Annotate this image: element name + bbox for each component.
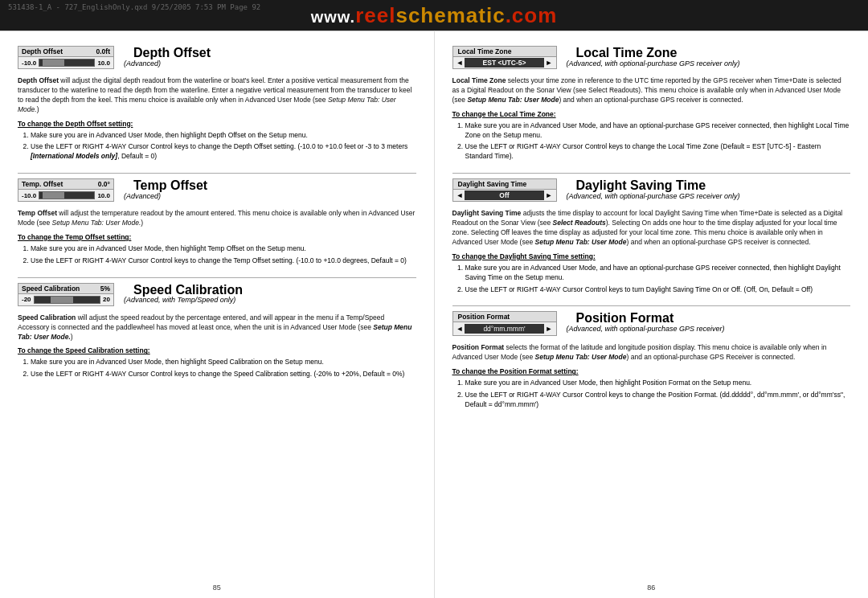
- depth-offset-header: Depth Offset 0.0ft -10.0 10.0: [18, 46, 416, 72]
- local-time-zone-header: Local Time Zone ◄ EST <UTC-5> ► Local Ti…: [452, 46, 851, 72]
- position-format-widget: Position Format ◄ dd°mm.mmm' ►: [452, 311, 557, 336]
- position-format-step-1: Make sure you are in Advanced User Mode,…: [465, 379, 851, 388]
- local-time-zone-value: EST <UTC-5>: [465, 58, 543, 68]
- daylight-saving-body: Daylight Saving Time adjusts the time di…: [452, 209, 851, 248]
- position-format-instructions: Make sure you are in Advanced User Mode,…: [465, 379, 851, 410]
- daylight-saving-title: Daylight Saving Time (Advanced, with opt…: [567, 178, 740, 200]
- local-time-zone-subtitle: (Advanced, with optional-purchase GPS re…: [567, 60, 740, 68]
- position-format-left-arrow[interactable]: ◄: [457, 325, 464, 333]
- speed-calibration-track[interactable]: [34, 296, 101, 304]
- daylight-saving-label: Daylight Saving Time: [452, 178, 557, 190]
- temp-offset-title: Temp Offset (Advanced): [124, 178, 207, 200]
- page-left: Depth Offset 0.0ft -10.0 10.0: [0, 31, 434, 598]
- speed-calibration-step-2: Use the LEFT or RIGHT 4-WAY Cursor Contr…: [31, 370, 416, 379]
- temp-offset-widget: Temp. Offset 0.0° -10.0 10.0: [18, 178, 114, 202]
- speed-calibration-body: Speed Calibration will adjust the speed …: [18, 313, 416, 342]
- position-format-label: Position Format: [452, 311, 557, 322]
- daylight-saving-instructions: Make sure you are in Advanced User Mode,…: [465, 264, 851, 295]
- temp-offset-instruction-title: To change the Temp Offset setting:: [18, 233, 416, 241]
- reel-text: reel: [355, 3, 395, 27]
- temp-offset-title-text: Temp Offset: [133, 178, 207, 192]
- speed-calibration-label-row: Speed Calibration 5%: [18, 283, 114, 294]
- daylight-saving-right-arrow[interactable]: ►: [546, 191, 553, 199]
- local-time-zone-step-1: Make sure you are in Advanced User Mode,…: [465, 121, 851, 141]
- main-content: Depth Offset 0.0ft -10.0 10.0: [0, 31, 868, 598]
- divider-4: [452, 305, 851, 306]
- daylight-saving-section: Daylight Saving Time ◄ Off ► Daylight Sa…: [452, 178, 851, 294]
- right-content-wrap: Local Time Zone ◄ EST <UTC-5> ► Local Ti…: [452, 46, 851, 410]
- depth-offset-slider-row[interactable]: -10.0 10.0: [18, 57, 114, 69]
- depth-offset-widget: Depth Offset 0.0ft -10.0 10.0: [18, 46, 114, 69]
- page-number-left: 85: [213, 584, 221, 592]
- position-format-subtitle: (Advanced, with optional-purchase GPS re…: [567, 326, 725, 334]
- speed-calibration-min: -20: [22, 296, 31, 303]
- daylight-saving-instruction-title: To change the Daylight Saving Time setti…: [452, 252, 851, 260]
- daylight-saving-value-row[interactable]: ◄ Off ►: [452, 190, 557, 202]
- speed-calibration-header: Speed Calibration 5% -20 20: [18, 283, 416, 309]
- depth-offset-title-block: Depth Offset (Advanced): [124, 46, 211, 68]
- temp-offset-label: Temp. Offset: [22, 180, 92, 188]
- depth-offset-thumb: [43, 59, 64, 66]
- depth-offset-label-row: Depth Offset 0.0ft: [18, 46, 114, 57]
- local-time-zone-right-arrow[interactable]: ►: [546, 59, 553, 67]
- speed-calibration-widget: Speed Calibration 5% -20 20: [18, 283, 114, 306]
- daylight-saving-step-2: Use the LEFT or RIGHT 4-WAY Cursor Contr…: [465, 285, 851, 295]
- local-time-zone-step-2: Use the LEFT or RIGHT 4-WAY Cursor Contr…: [465, 142, 851, 162]
- temp-offset-section: Temp. Offset 0.0° -10.0 10.0: [18, 178, 416, 266]
- local-time-zone-instruction-title: To change the Local Time Zone:: [452, 110, 851, 118]
- speed-calibration-title-text: Speed Calibration: [133, 283, 243, 297]
- daylight-saving-left-arrow[interactable]: ◄: [457, 191, 464, 199]
- speed-calibration-instructions: Make sure you are in Advanced User Mode,…: [31, 358, 416, 379]
- temp-offset-min: -10.0: [22, 192, 36, 199]
- local-time-zone-title-text: Local Time Zone: [576, 46, 678, 59]
- speed-calibration-step-1: Make sure you are in Advanced User Mode,…: [31, 358, 416, 367]
- temp-offset-max: 10.0: [97, 192, 110, 199]
- local-time-zone-body: Local Time Zone selects your time zone i…: [452, 76, 851, 105]
- file-info: 531438-1_A - 727_EnglishOnly.qxd 9/25/20…: [8, 3, 260, 11]
- depth-offset-step-2: Use the LEFT or RIGHT 4-WAY Cursor Contr…: [31, 142, 416, 162]
- depth-offset-track[interactable]: [39, 59, 95, 67]
- speed-calibration-label: Speed Calibration: [22, 285, 94, 293]
- temp-offset-slider-row[interactable]: -10.0 10.0: [18, 190, 114, 202]
- temp-offset-instructions: Make sure you are in Advanced User Mode,…: [31, 244, 416, 266]
- left-content-wrap: Depth Offset 0.0ft -10.0 10.0: [18, 46, 416, 379]
- com-text: .com: [506, 3, 558, 27]
- local-time-zone-left-arrow[interactable]: ◄: [457, 59, 464, 67]
- speed-calibration-max: 20: [103, 296, 110, 303]
- position-format-value: dd°mm.mmm': [465, 324, 543, 334]
- position-format-title-block: Position Format (Advanced, with optional…: [567, 311, 725, 333]
- temp-offset-thumb: [43, 192, 64, 199]
- temp-offset-step-2: Use the LEFT or RIGHT 4-WAY Cursor Contr…: [31, 256, 416, 266]
- speed-calibration-slider-row[interactable]: -20 20: [18, 294, 114, 306]
- depth-offset-subtitle: (Advanced): [124, 60, 211, 68]
- depth-offset-step-1: Make sure you are in Advanced User Mode,…: [31, 131, 416, 141]
- depth-offset-label: Depth Offset: [22, 47, 90, 55]
- position-format-value-row[interactable]: ◄ dd°mm.mmm' ►: [452, 322, 557, 336]
- depth-offset-max: 10.0: [97, 59, 110, 67]
- speed-calibration-thumb: [51, 297, 74, 303]
- depth-offset-title-text: Depth Offset: [133, 46, 211, 59]
- temp-offset-title-block: Temp Offset (Advanced): [124, 178, 207, 200]
- local-time-zone-instructions: Make sure you are in Advanced User Mode,…: [465, 121, 851, 162]
- temp-offset-track[interactable]: [39, 191, 95, 199]
- page-right: Local Time Zone ◄ EST <UTC-5> ► Local Ti…: [434, 31, 869, 598]
- divider-3: [452, 173, 851, 174]
- depth-offset-instructions: Make sure you are in Advanced User Mode,…: [31, 131, 416, 162]
- speed-calibration-title: Speed Calibration (Advanced, with Temp/S…: [124, 283, 243, 305]
- temp-offset-value: 0.0°: [98, 180, 110, 188]
- divider-1: [18, 173, 416, 174]
- schematic-text: schematic: [395, 3, 505, 27]
- temp-offset-step-1: Make sure you are in Advanced User Mode,…: [31, 244, 416, 254]
- header-bar: 531438-1_A - 727_EnglishOnly.qxd 9/25/20…: [0, 0, 868, 31]
- speed-calibration-value: 5%: [100, 285, 110, 293]
- depth-offset-body: Depth Offset will adjust the digital dep…: [18, 76, 416, 115]
- depth-offset-min: -10.0: [22, 59, 36, 67]
- daylight-saving-title-text: Daylight Saving Time: [576, 178, 706, 192]
- position-format-body: Position Format selects the format of th…: [452, 343, 851, 362]
- position-format-instruction-title: To change the Position Format setting:: [452, 367, 851, 375]
- local-time-zone-title: Local Time Zone (Advanced, with optional…: [567, 46, 740, 68]
- local-time-zone-value-row[interactable]: ◄ EST <UTC-5> ►: [452, 57, 557, 69]
- depth-offset-instruction-title: To change the Depth Offset setting:: [18, 120, 416, 128]
- temp-offset-body: Temp Offset will adjust the temperature …: [18, 209, 416, 228]
- position-format-right-arrow[interactable]: ►: [546, 325, 553, 333]
